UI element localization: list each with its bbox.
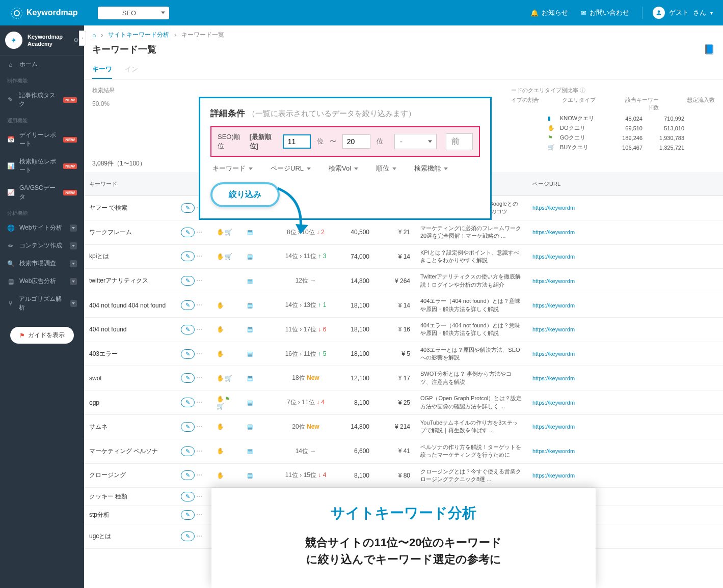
sidebar-ga[interactable]: 📈GA/GSCデータNEW (0, 179, 84, 206)
rank-cell: 11位 › 17位 ↓ 6 (278, 317, 334, 342)
sidebar-make-task[interactable]: ✎記事作成タスクNEW (0, 87, 84, 113)
guide-button[interactable]: ⚑ガイドを表示 (10, 327, 74, 344)
match-select[interactable]: - (394, 134, 437, 149)
url-cell[interactable]: https://keywordm (527, 196, 723, 220)
more-button[interactable]: ⋯ (196, 350, 202, 357)
url-cell[interactable]: https://keywordm (527, 415, 723, 439)
col-url[interactable]: ページURL (527, 172, 723, 196)
notifications-link[interactable]: 🔔 お知らせ (530, 8, 568, 17)
table-row[interactable]: ワークフレーム✎ ⋯✋🛒▤8位 › 10位 ↓ 240,500¥ 21マーケティ… (84, 220, 723, 244)
table-row[interactable]: クロージング✎ ⋯✋▤11位 › 15位 ↓ 48,100¥ 80クロージングと… (84, 463, 723, 488)
sidebar-algo[interactable]: ⑂アルゴリズム解析 (0, 290, 84, 317)
hand-icon: ✋ (217, 302, 224, 309)
analyze-button[interactable]: ✎ (181, 373, 195, 383)
rank-to-input[interactable] (342, 134, 370, 149)
actions-cell: ✎ ⋯ (176, 439, 211, 463)
more-button[interactable]: ⋯ (196, 399, 202, 406)
more-button[interactable]: ⋯ (196, 471, 202, 479)
latest-label: [最新順位] (250, 132, 277, 151)
url-cell[interactable]: https://keywordm (527, 244, 723, 269)
analyze-button[interactable]: ✎ (181, 531, 195, 541)
sidebar-collapse[interactable]: ‹ (79, 31, 86, 46)
help-icon[interactable]: ⓘ (580, 87, 585, 93)
analyze-button[interactable]: ✎ (181, 422, 195, 432)
opt-url[interactable]: ページURL (271, 164, 311, 173)
url-cell[interactable]: https://keywordm (527, 390, 723, 415)
more-button[interactable]: ⋯ (196, 253, 202, 260)
actions-cell: ✎ ⋯ (176, 524, 211, 549)
book-icon[interactable]: 📘 (704, 44, 715, 55)
url-cell[interactable]: https://keywordm (527, 293, 723, 318)
category-select[interactable]: SEO (98, 7, 169, 19)
sidebar-daily[interactable]: 📅デイリーレポートNEW (0, 126, 84, 153)
opt-vol[interactable]: 検索Vol (329, 164, 358, 173)
cart-icon: 🛒 (225, 375, 232, 382)
rank-cell: 8位 › 10位 ↓ 2 (278, 220, 334, 244)
gear-icon[interactable]: ⚙ (73, 37, 79, 44)
more-button[interactable]: ⋯ (196, 447, 202, 455)
more-button[interactable]: ⋯ (196, 374, 202, 381)
more-button[interactable]: ⋯ (196, 326, 202, 333)
home-icon[interactable]: ⌂ (92, 32, 96, 39)
user-menu[interactable]: ゲスト さん ▾ (642, 7, 713, 19)
opt-func[interactable]: 検索機能 (414, 164, 448, 173)
sidebar-academy[interactable]: ✦ Keywordmap Academy ⚙ (0, 25, 84, 55)
more-button[interactable]: ⋯ (196, 533, 202, 540)
sidebar-home[interactable]: ⌂ホーム (0, 55, 84, 73)
more-button[interactable]: ⋯ (196, 277, 202, 284)
table-row[interactable]: ogp✎ ⋯✋⚑🛒▤7位 › 11位 ↓ 48,100¥ 25OGP（Open … (84, 390, 723, 415)
table-row[interactable]: swot✎ ⋯✋🛒▤18位 New12,100¥ 17SWOT分析とは？ 事例か… (84, 366, 723, 390)
url-cell[interactable]: https://keywordm (527, 366, 723, 390)
analyze-button[interactable]: ✎ (181, 470, 195, 480)
more-button[interactable]: ⋯ (196, 301, 202, 309)
more-button[interactable]: ⋯ (196, 229, 202, 236)
url-cell[interactable]: https://keywordm (527, 439, 723, 463)
table-row[interactable]: twitterアナリティクス✎ ⋯▤12位 →14,800¥ 264Twitte… (84, 269, 723, 293)
tab-keyword[interactable]: キーワ (92, 61, 112, 79)
table-row[interactable]: 403エラー✎ ⋯✋▤16位 › 11位 ↑ 518,100¥ 5403エラーと… (84, 342, 723, 366)
table-row[interactable]: サムネ✎ ⋯✋▤20位 New14,800¥ 214YouTubeサムネイルの作… (84, 415, 723, 439)
sidebar-content[interactable]: ✏コンテンツ作成 (0, 237, 84, 255)
crumb-link-1[interactable]: サイトキーワード分析 (108, 31, 169, 39)
url-cell[interactable]: https://keywordm (527, 317, 723, 342)
col-keyword[interactable]: キーワード (84, 172, 176, 196)
table-row[interactable]: kpiとは✎ ⋯✋🛒▤14位 › 11位 ↑ 374,000¥ 14KPIとは？… (84, 244, 723, 269)
url-cell[interactable]: https://keywordm (527, 342, 723, 366)
analyze-button[interactable]: ✎ (181, 446, 195, 456)
contact-link[interactable]: ✉ お問い合わせ (581, 8, 629, 17)
analyze-button[interactable]: ✎ (181, 300, 195, 310)
more-button[interactable]: ⋯ (196, 423, 202, 430)
apply-filter-button[interactable]: 絞り込み (210, 182, 280, 207)
tab-hidden[interactable]: イン (125, 61, 138, 79)
opt-rank[interactable]: 順位 (376, 164, 396, 173)
vol-cell: 40,500 (334, 220, 374, 244)
analyze-button[interactable]: ✎ (181, 228, 195, 237)
keyword-cell: ワークフレーム (84, 220, 176, 244)
analyze-button[interactable]: ✎ (181, 203, 195, 213)
rank-from-input[interactable] (283, 134, 311, 149)
title-cell: YouTubeサムネイルの作り方を3ステップで解説｜再生数を伸ばす ... (415, 415, 527, 439)
sidebar-ads[interactable]: ▤Web広告分析 (0, 272, 84, 290)
table-row[interactable]: 404 not found✎ ⋯✋▤11位 › 17位 ↓ 618,100¥ 1… (84, 317, 723, 342)
analyze-button[interactable]: ✎ (181, 398, 195, 407)
analyze-button[interactable]: ✎ (181, 510, 195, 520)
url-cell[interactable]: https://keywordm (527, 269, 723, 293)
period-select[interactable]: 前 (446, 133, 473, 150)
analyze-button[interactable]: ✎ (181, 276, 195, 286)
url-cell[interactable]: https://keywordm (527, 463, 723, 488)
more-button[interactable]: ⋯ (196, 511, 202, 518)
table-row[interactable]: マーケティング ペルソナ✎ ⋯✋▤14位 →6,600¥ 41ペルソナの作り方を… (84, 439, 723, 463)
opt-keyword[interactable]: キーワード (212, 164, 253, 173)
analyze-button[interactable]: ✎ (181, 349, 195, 359)
analyze-button[interactable]: ✎ (181, 492, 195, 501)
url-cell[interactable]: https://keywordm (527, 220, 723, 244)
sidebar-rank[interactable]: 📊検索順位レポートNEW (0, 153, 84, 179)
table-row[interactable]: 404 not found 404 not found✎ ⋯✋▤14位 › 13… (84, 293, 723, 318)
sidebar-web[interactable]: 🌐Webサイト分析 (0, 219, 84, 237)
flag-icon: ⚑ (225, 396, 232, 403)
analyze-button[interactable]: ✎ (181, 251, 195, 261)
sidebar-market[interactable]: 🔍検索市場調査 (0, 255, 84, 272)
more-button[interactable]: ⋯ (196, 493, 202, 500)
analyze-button[interactable]: ✎ (181, 325, 195, 334)
ptype-cell: ▤ (242, 317, 278, 342)
